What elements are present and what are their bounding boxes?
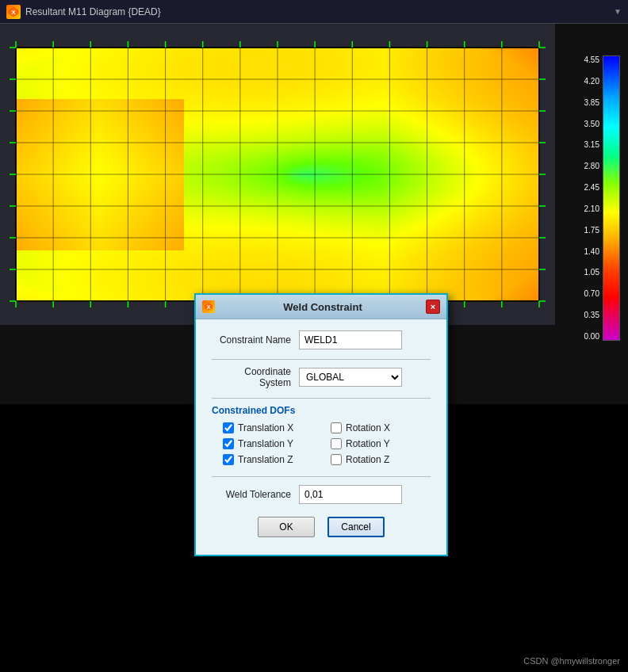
scale-label: 4.55 bbox=[576, 55, 599, 64]
weld-tolerance-label: Weld Tolerance bbox=[212, 489, 299, 500]
weld-constraint-dialog: X Weld Constraint × Constraint Name Coor… bbox=[194, 293, 448, 556]
scale-label: 3.15 bbox=[576, 140, 599, 149]
divider-1 bbox=[212, 359, 431, 360]
constraint-name-label: Constraint Name bbox=[212, 334, 299, 346]
dof-rotation-x: Rotation X bbox=[331, 422, 431, 433]
dof-translation-z: Translation Z bbox=[223, 454, 323, 465]
weld-tolerance-row: Weld Tolerance bbox=[212, 485, 431, 504]
dof-translation-y: Translation Y bbox=[223, 438, 323, 449]
rotation-y-label: Rotation Y bbox=[346, 438, 390, 449]
divider-2 bbox=[212, 398, 431, 399]
dof-checkboxes: Translation X Rotation X Translation Y R… bbox=[212, 422, 431, 465]
rotation-y-checkbox[interactable] bbox=[331, 438, 342, 449]
coordinate-system-select[interactable]: GLOBAL LOCAL bbox=[299, 368, 402, 387]
color-scale-bar bbox=[603, 55, 620, 341]
dialog-titlebar: X Weld Constraint × bbox=[196, 295, 446, 319]
dialog-title: Weld Constraint bbox=[220, 301, 426, 313]
constrained-dofs-title: Constrained DOFs bbox=[212, 405, 431, 416]
dialog-buttons: OK Cancel bbox=[212, 517, 431, 544]
app-icon: X bbox=[6, 5, 21, 19]
scale-label: 2.80 bbox=[576, 162, 599, 170]
scale-label: 0.00 bbox=[576, 332, 599, 341]
svg-text:X: X bbox=[11, 9, 16, 16]
rotation-z-label: Rotation Z bbox=[346, 454, 389, 465]
heatmap-canvas bbox=[0, 24, 555, 325]
rotation-x-label: Rotation X bbox=[346, 422, 390, 433]
scale-label: 3.85 bbox=[576, 98, 599, 107]
dropdown-arrow-icon[interactable]: ▼ bbox=[614, 7, 622, 16]
translation-z-checkbox[interactable] bbox=[223, 454, 234, 465]
dialog-close-button[interactable]: × bbox=[426, 300, 440, 314]
translation-x-checkbox[interactable] bbox=[223, 422, 234, 433]
scale-label: 2.10 bbox=[576, 204, 599, 213]
dof-translation-x: Translation X bbox=[223, 422, 323, 433]
rotation-x-checkbox[interactable] bbox=[331, 422, 342, 433]
scale-label: 1.05 bbox=[576, 268, 599, 277]
dialog-body: Constraint Name Coordinate System GLOBAL… bbox=[196, 319, 446, 555]
watermark-text: CSDN @hmywillstronger bbox=[523, 656, 620, 666]
rotation-z-checkbox[interactable] bbox=[331, 454, 342, 465]
scale-label: 1.40 bbox=[576, 247, 599, 256]
constraint-name-row: Constraint Name bbox=[212, 330, 431, 349]
dof-rotation-z: Rotation Z bbox=[331, 454, 431, 465]
scale-label: 3.50 bbox=[576, 120, 599, 128]
scale-labels: 4.554.203.853.503.152.802.452.101.751.40… bbox=[576, 55, 599, 341]
window-title: Resultant M11 Diagram {DEAD} bbox=[25, 6, 161, 17]
dialog-app-icon: X bbox=[202, 300, 215, 313]
scale-label: 0.70 bbox=[576, 289, 599, 298]
constraint-name-input[interactable] bbox=[299, 330, 402, 349]
coordinate-system-row: Coordinate System GLOBAL LOCAL bbox=[212, 366, 431, 388]
dof-rotation-y: Rotation Y bbox=[331, 438, 431, 449]
ok-button[interactable]: OK bbox=[258, 517, 315, 537]
weld-tolerance-input[interactable] bbox=[299, 485, 402, 504]
title-bar: X Resultant M11 Diagram {DEAD} ▼ bbox=[0, 0, 628, 24]
translation-x-label: Translation X bbox=[238, 422, 293, 433]
divider-3 bbox=[212, 476, 431, 477]
translation-y-label: Translation Y bbox=[238, 438, 293, 449]
scale-label: 2.45 bbox=[576, 183, 599, 192]
translation-z-label: Translation Z bbox=[238, 454, 293, 465]
coordinate-system-label: Coordinate System bbox=[212, 366, 299, 388]
translation-y-checkbox[interactable] bbox=[223, 438, 234, 449]
scale-label: 1.75 bbox=[576, 226, 599, 235]
scale-label: 4.20 bbox=[576, 77, 599, 86]
cancel-button[interactable]: Cancel bbox=[327, 517, 385, 537]
svg-text:X: X bbox=[207, 304, 211, 310]
scale-label: 0.35 bbox=[576, 311, 599, 319]
